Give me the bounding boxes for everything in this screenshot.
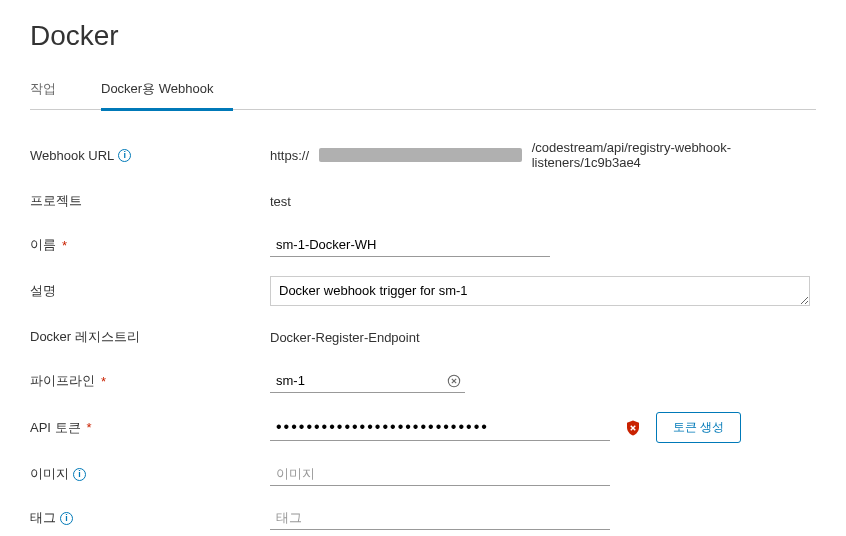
pipeline-label: 파이프라인*: [30, 372, 270, 390]
pipeline-input[interactable]: [270, 369, 443, 392]
tag-label: 태그 i: [30, 509, 270, 527]
pipeline-field: [270, 369, 465, 393]
webhook-url-value: https:// /codestream/api/registry-webhoo…: [270, 140, 816, 170]
clear-icon[interactable]: [443, 374, 465, 388]
project-label: 프로젝트: [30, 192, 270, 210]
api-token-label: API 토큰*: [30, 419, 270, 437]
webhook-form: Webhook URL i https:// /codestream/api/r…: [30, 140, 816, 536]
image-label: 이미지 i: [30, 465, 270, 483]
generate-token-button[interactable]: 토큰 생성: [656, 412, 741, 443]
info-icon[interactable]: i: [60, 512, 73, 525]
tab-docker-webhook[interactable]: Docker용 Webhook: [101, 72, 233, 111]
webhook-url-redacted: [319, 148, 522, 162]
tag-input[interactable]: [270, 506, 610, 530]
info-icon[interactable]: i: [73, 468, 86, 481]
name-input[interactable]: [270, 233, 550, 257]
description-input[interactable]: Docker webhook trigger for sm-1: [270, 276, 810, 306]
page-title: Docker: [30, 20, 816, 52]
tabs: 작업 Docker용 Webhook: [30, 72, 816, 110]
registry-value: Docker-Register-Endpoint: [270, 330, 816, 345]
registry-label: Docker 레지스트리: [30, 328, 270, 346]
project-value: test: [270, 194, 816, 209]
webhook-url-label: Webhook URL i: [30, 148, 270, 163]
tab-actions[interactable]: 작업: [30, 72, 76, 109]
name-label: 이름*: [30, 236, 270, 254]
description-label: 설명: [30, 282, 270, 300]
image-input[interactable]: [270, 462, 610, 486]
api-token-input[interactable]: [270, 414, 610, 441]
shield-error-icon: [624, 419, 642, 437]
info-icon[interactable]: i: [118, 149, 131, 162]
